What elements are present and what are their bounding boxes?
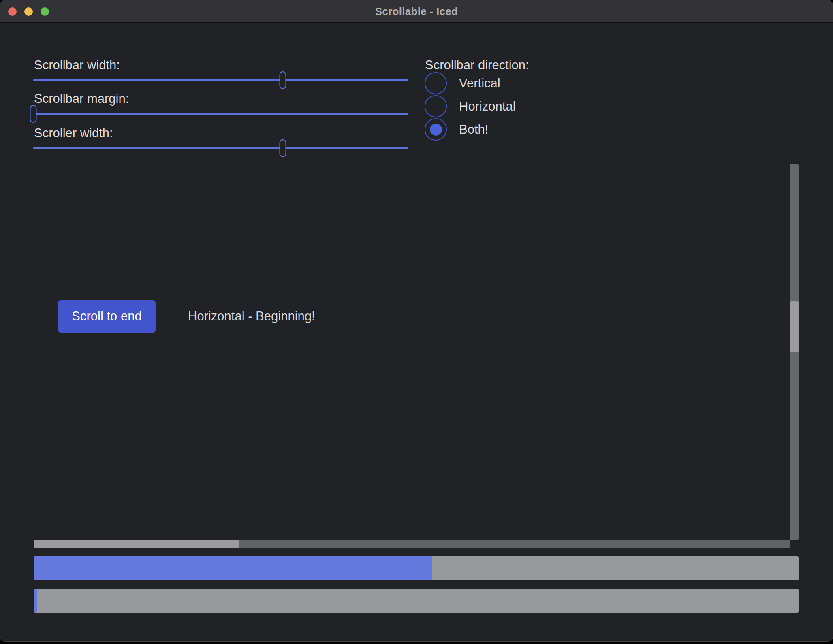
- radio-vertical-label[interactable]: Vertical: [459, 75, 500, 92]
- scrollbar-margin-slider-handle[interactable]: [30, 105, 37, 123]
- radio-both-dot: [430, 124, 442, 136]
- app-window: Scrollable - Iced Scrollbar width: Scrol…: [0, 0, 833, 642]
- titlebar: Scrollable - Iced: [0, 0, 833, 23]
- radio-both-label[interactable]: Both!: [459, 122, 488, 138]
- radio-vertical[interactable]: [425, 72, 447, 94]
- horizontal-scrollbar-thumb[interactable]: [34, 540, 239, 548]
- scroll-status-text: Horizontal - Beginning!: [188, 300, 315, 333]
- radio-horizontal-label[interactable]: Horizontal: [459, 98, 516, 115]
- vertical-scrollbar-thumb[interactable]: [790, 301, 799, 352]
- scroller-width-slider-handle[interactable]: [279, 139, 286, 157]
- progress-bar-2: [34, 589, 799, 613]
- radio-horizontal[interactable]: [425, 95, 447, 117]
- scrollbar-width-label: Scrollbar width:: [34, 57, 120, 73]
- scrollbar-width-slider[interactable]: [33, 79, 408, 81]
- scroll-to-end-button[interactable]: Scroll to end: [58, 300, 156, 333]
- radio-both[interactable]: [425, 118, 447, 141]
- progress-bar-1-fill: [34, 556, 432, 580]
- scrollbar-direction-label: Scrollbar direction:: [425, 57, 529, 73]
- vertical-scrollbar-track[interactable]: [790, 164, 799, 540]
- window-title: Scrollable - Iced: [0, 0, 833, 22]
- scrollbar-margin-slider[interactable]: [33, 113, 408, 115]
- progress-bar-2-fill: [34, 589, 37, 613]
- horizontal-scrollbar-track[interactable]: [34, 540, 790, 548]
- scroller-width-slider[interactable]: [33, 147, 408, 149]
- scrollbar-margin-label: Scrollbar margin:: [34, 91, 129, 107]
- progress-bar-1: [34, 556, 799, 580]
- scrollbar-width-slider-handle[interactable]: [279, 71, 286, 89]
- scroller-width-label: Scroller width:: [34, 125, 113, 141]
